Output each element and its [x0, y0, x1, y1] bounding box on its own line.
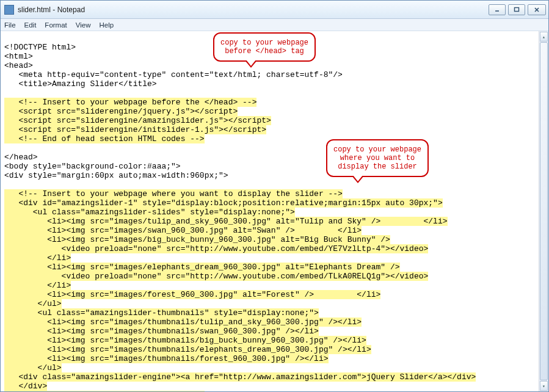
code-line-highlighted: <ul class="amazingslider-thumbnails" sty… — [4, 308, 319, 318]
code-line-highlighted: <!-- Insert to your webpage before the <… — [4, 98, 256, 107]
code-line-highlighted: <!-- End of body section HTML codes --> — [4, 391, 205, 391]
scroll-down-button[interactable]: ▾ — [540, 381, 548, 391]
window-title: slider.html - Notepad — [18, 5, 489, 14]
callout-head-tag: copy to your webpage before </head> tag — [213, 32, 316, 62]
code-line-highlighted: <div id="amazingslider-1" style="display… — [4, 198, 443, 208]
code-line-highlighted: <div class="amazingslider-engine"><a hre… — [4, 372, 476, 382]
editor-area[interactable]: <!DOCTYPE html> <html> <head> <meta http… — [1, 31, 548, 391]
scroll-up-button[interactable]: ▴ — [540, 32, 548, 42]
notepad-app-icon — [4, 5, 14, 15]
code-line-highlighted: </li> — [4, 281, 71, 290]
code-line: <meta http-equiv="content-type" content=… — [4, 70, 343, 79]
callout-text: display the slider — [338, 162, 417, 171]
code-line: <title>Amazing Slider</title> — [4, 79, 157, 89]
code-line-highlighted: <li><img src="images/thumbnails/tulip_an… — [4, 318, 362, 327]
code-line-highlighted: </ul> — [4, 363, 62, 372]
code-line-highlighted: <li><img src="images/tulip_and_sky_960_3… — [4, 217, 448, 226]
code-blank — [4, 180, 9, 189]
code-line-highlighted: </li> — [4, 253, 71, 263]
menu-help[interactable]: Help — [100, 21, 114, 29]
code-line-highlighted: <li><img src="images/thumbnails/swan_960… — [4, 327, 319, 336]
document-text[interactable]: <!DOCTYPE html> <html> <head> <meta http… — [4, 34, 545, 391]
code-line: <!DOCTYPE html> — [4, 43, 76, 52]
menu-file[interactable]: File — [4, 21, 16, 29]
code-blank — [4, 89, 9, 98]
maximize-button[interactable] — [508, 4, 525, 15]
callout-display-slider: copy to your webpage where you want to d… — [326, 139, 429, 177]
code-line-highlighted: <video preload="none" src="http://www.yo… — [4, 272, 428, 281]
code-line-highlighted: <li><img src="images/thumbnails/big_buck… — [4, 336, 366, 345]
callout-tail-icon — [245, 60, 257, 68]
scrollbar-thumb[interactable] — [540, 42, 548, 380]
code-line: <body style="background-color:#aaa;"> — [4, 162, 181, 171]
callout-text: before </head> tag — [225, 47, 304, 56]
code-line-highlighted: <li><img src="images/swan_960_300.jpg" a… — [4, 226, 362, 235]
scrollbar-track[interactable] — [539, 42, 548, 380]
code-line: <html> — [4, 52, 33, 61]
code-line-highlighted: <!-- Insert to your webpage where you wa… — [4, 189, 343, 198]
menu-view[interactable]: View — [76, 21, 91, 29]
svg-rect-1 — [515, 7, 519, 11]
code-line-highlighted: <!-- End of head section HTML codes --> — [4, 134, 205, 143]
code-line-highlighted: <li><img src="images/thumbnails/elephant… — [4, 345, 371, 354]
code-line-highlighted: <li><img src="images/forest_960_300.jpg"… — [4, 290, 380, 299]
code-line-highlighted: <li><img src="images/big_buck_bunny_960_… — [4, 235, 390, 244]
code-line-highlighted: </ul> — [4, 299, 62, 308]
code-line-highlighted: <script src="sliderengine/jquery.js"></s… — [4, 107, 238, 116]
menu-format[interactable]: Format — [45, 21, 67, 29]
code-line: </head> — [4, 153, 38, 162]
callout-text: copy to your webpage — [220, 38, 308, 47]
notepad-window: slider.html - Notepad File Edit Format V… — [0, 0, 549, 392]
code-line-highlighted: <ul class="amazingslider-slides" style="… — [4, 208, 295, 217]
menu-edit[interactable]: Edit — [24, 21, 37, 29]
callout-text: copy to your webpage — [333, 145, 421, 154]
code-blank — [4, 143, 9, 153]
callout-text: where you want to — [340, 154, 415, 162]
minimize-button[interactable] — [489, 4, 506, 15]
code-line-highlighted: <video preload="none" src="http://www.yo… — [4, 244, 428, 253]
code-line-highlighted: <li><img src="images/thumbnails/forest_9… — [4, 354, 329, 363]
vertical-scrollbar[interactable]: ▴ ▾ — [539, 31, 548, 391]
close-button[interactable] — [528, 4, 546, 15]
callout-tail-icon — [352, 176, 364, 183]
code-line-highlighted: </div> — [4, 382, 47, 391]
titlebar[interactable]: slider.html - Notepad — [1, 1, 548, 19]
code-line: <div style="margin:60px auto;max-width:9… — [4, 171, 228, 180]
menubar: File Edit Format View Help — [1, 19, 548, 31]
code-line-highlighted: <script src="sliderengine/initslider-1.j… — [4, 125, 266, 134]
code-line-highlighted: <li><img src="images/elephants_dream_960… — [4, 263, 400, 272]
code-line-highlighted: <script src="sliderengine/amazingslider.… — [4, 116, 271, 125]
code-line: <head> — [4, 61, 33, 70]
